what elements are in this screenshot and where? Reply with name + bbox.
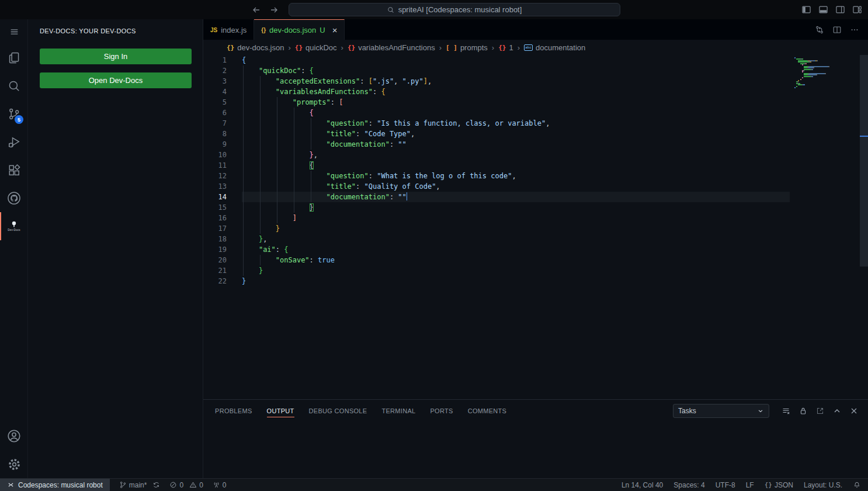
- breadcrumb-item-documentation[interactable]: abcdocumentation: [524, 43, 585, 52]
- token: [: [369, 77, 373, 85]
- token: :: [369, 172, 377, 180]
- customize-layout-icon[interactable]: [852, 5, 862, 15]
- breadcrumb-label: prompts: [460, 43, 488, 52]
- line-content: "acceptedExtensions": [".js", ".py"],: [242, 76, 790, 87]
- code-text: "title": "Code Type",: [242, 130, 415, 138]
- line-content: "quickDoc": {: [242, 65, 790, 76]
- open-dev-docs-button[interactable]: Open Dev-Docs: [40, 72, 192, 88]
- breadcrumb-item-prompts[interactable]: [ ]prompts: [446, 43, 488, 52]
- token: {: [381, 88, 385, 96]
- ports-status[interactable]: 0: [213, 481, 227, 489]
- toggle-sidebar-icon[interactable]: [801, 5, 811, 15]
- line-content: {: [242, 160, 790, 171]
- panel-tab-output[interactable]: OUTPUT: [267, 400, 294, 421]
- errors-icon: [169, 481, 177, 489]
- extensions-icon[interactable]: [0, 156, 28, 184]
- close-panel-icon[interactable]: [849, 406, 859, 416]
- cursor-position-status[interactable]: Ln 14, Col 40: [622, 481, 663, 489]
- account-icon[interactable]: [0, 422, 28, 450]
- panel-tab-debug-console[interactable]: DEBUG CONSOLE: [309, 400, 367, 421]
- language-label: JSON: [775, 481, 793, 489]
- code-editor[interactable]: 1{2 "quickDoc": {3 "acceptedExtensions":…: [203, 55, 868, 399]
- panel-tab-problems[interactable]: PROBLEMS: [215, 400, 252, 421]
- indentation-status[interactable]: Spaces: 4: [673, 481, 704, 489]
- token: :: [390, 193, 398, 201]
- panel-tab-terminal[interactable]: TERMINAL: [381, 400, 415, 421]
- breadcrumb-item-variablesAndFunctions[interactable]: {}variablesAndFunctions: [348, 43, 435, 52]
- lock-icon[interactable]: [798, 406, 808, 416]
- split-editor-icon[interactable]: [832, 25, 842, 35]
- line-number: 16: [203, 213, 227, 223]
- settings-icon[interactable]: [0, 450, 28, 478]
- token: }: [276, 224, 280, 233]
- symbol-icon: {}: [295, 44, 303, 51]
- bell-icon[interactable]: [853, 481, 861, 489]
- token: "quickDoc": [259, 67, 301, 75]
- toggle-secondary-sidebar-icon[interactable]: [835, 5, 845, 15]
- radio-tower-icon: [213, 481, 220, 489]
- scrollbar-thumb[interactable]: [860, 55, 868, 267]
- breadcrumb-item-quickDoc[interactable]: {}quickDoc: [295, 43, 337, 52]
- breadcrumb-separator: ›: [518, 43, 520, 52]
- breadcrumb-item-dev-docs.json[interactable]: {}dev-docs.json: [227, 43, 284, 52]
- remote-indicator[interactable]: Codespaces: musical robot: [0, 479, 110, 491]
- output-channel-select[interactable]: Tasks: [673, 404, 769, 418]
- menu-icon[interactable]: [0, 19, 28, 44]
- toggle-panel-icon[interactable]: [818, 5, 828, 15]
- line-content: "variablesAndFunctions": {: [242, 87, 790, 97]
- line-number: 3: [203, 76, 227, 87]
- dev-docs-icon[interactable]: Dev-Docs: [0, 212, 28, 240]
- maximize-panel-icon[interactable]: [832, 406, 842, 416]
- dev-docs-label: Dev-Docs: [8, 229, 20, 231]
- more-actions-icon[interactable]: [849, 25, 860, 35]
- token: {: [310, 67, 314, 75]
- keyboard-layout-status[interactable]: Layout: U.S.: [804, 481, 842, 489]
- panel-tab-comments[interactable]: COMMENTS: [468, 400, 507, 421]
- command-center-search[interactable]: spriteAI [Codespaces: musical robot]: [289, 3, 620, 16]
- panel-tab-ports[interactable]: PORTS: [430, 400, 453, 421]
- eol-status[interactable]: LF: [746, 481, 754, 489]
- line-number: 5: [203, 97, 227, 108]
- language-status[interactable]: {} JSON: [765, 481, 793, 489]
- line-content: "ai": {: [242, 244, 790, 255]
- code-line-2: 2 "quickDoc": {: [203, 65, 790, 76]
- editor-tab-bar: JSindex.js{}dev-docs.jsonU×: [203, 19, 868, 40]
- line-content: "onSave": true: [242, 255, 790, 265]
- editor-tab-dev-docs.json[interactable]: {}dev-docs.jsonU×: [254, 19, 345, 40]
- token: "Is this a function, class, or variable": [377, 119, 546, 127]
- chevron-down-icon: [757, 407, 764, 414]
- token: ,: [512, 172, 516, 180]
- editor-tab-index.js[interactable]: JSindex.js: [203, 19, 254, 40]
- line-number: 15: [203, 202, 227, 213]
- problems-status[interactable]: 0 0: [169, 481, 203, 489]
- minimap[interactable]: [794, 57, 855, 89]
- breadcrumb-separator: ›: [288, 43, 290, 52]
- sidebar-title: DEV-DOCS: YOUR DEV-DOCS: [40, 27, 191, 34]
- open-in-editor-icon[interactable]: [815, 406, 825, 416]
- forward-arrow-icon[interactable]: [269, 5, 279, 15]
- breadcrumb-separator: ›: [439, 43, 442, 52]
- branch-status[interactable]: main*: [119, 481, 161, 489]
- back-arrow-icon[interactable]: [251, 5, 262, 15]
- code-text: }: [242, 203, 314, 212]
- tab-label: dev-docs.json: [269, 26, 316, 34]
- line-content: {: [242, 55, 790, 65]
- sign-in-button[interactable]: Sign In: [40, 49, 192, 64]
- token: ,: [428, 77, 432, 85]
- run-debug-icon[interactable]: [0, 128, 28, 156]
- clear-output-icon[interactable]: [782, 406, 791, 416]
- token: ".py": [402, 77, 423, 85]
- source-control-icon[interactable]: 5: [0, 100, 28, 128]
- open-changes-icon[interactable]: [814, 25, 825, 35]
- token: ,: [314, 151, 318, 159]
- github-icon[interactable]: [0, 184, 28, 212]
- token: :: [301, 67, 309, 75]
- encoding-status[interactable]: UTF-8: [716, 481, 735, 489]
- explorer-icon[interactable]: [0, 44, 28, 72]
- close-tab-icon[interactable]: ×: [332, 26, 338, 34]
- modified-badge: U: [320, 26, 325, 34]
- code-line-8: 8 "title": "Code Type",: [203, 129, 790, 139]
- code-line-3: 3 "acceptedExtensions": [".js", ".py"],: [203, 76, 790, 87]
- search-icon[interactable]: [0, 72, 28, 100]
- breadcrumb-item-1[interactable]: {}1: [498, 43, 513, 52]
